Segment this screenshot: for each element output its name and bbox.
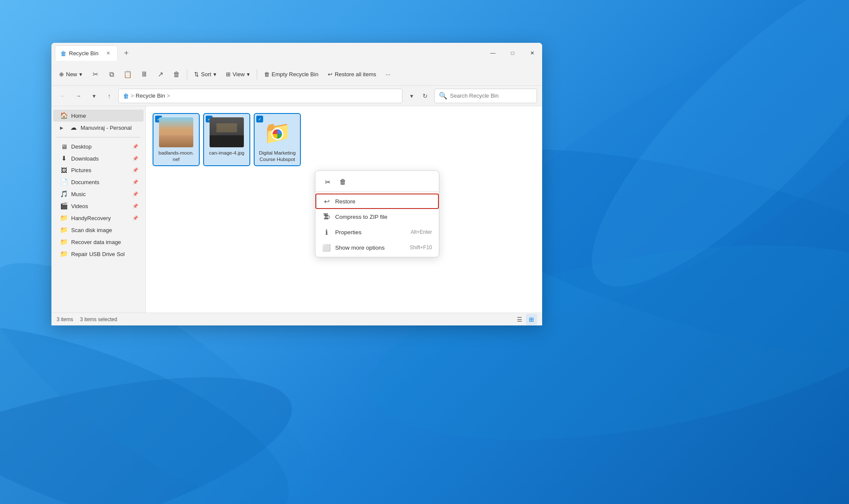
- music-icon: 🎵: [60, 190, 68, 198]
- restore-all-icon: ↩: [328, 71, 333, 78]
- new-button[interactable]: ⊕ New ▾: [55, 67, 87, 82]
- sidebar-music-label: Music: [71, 191, 86, 197]
- back-button[interactable]: ←: [57, 89, 69, 102]
- sidebar-item-recover-data[interactable]: 📁 Recover data image: [53, 236, 144, 248]
- file-checkbox-3: ✓: [256, 116, 263, 122]
- videos-pin-icon: 📌: [132, 203, 138, 209]
- file-item-3[interactable]: ✓ 📁 Digital MarketingCourse Hubspot: [254, 113, 301, 166]
- sidebar-repair-usb-label: Repair USB Drive Sol: [71, 251, 125, 257]
- sidebar-item-home[interactable]: 🏠 Home: [53, 110, 144, 122]
- scan-disk-icon: 📁: [60, 226, 68, 234]
- recover-data-icon: 📁: [60, 238, 68, 246]
- restore-all-button[interactable]: ↩ Restore all items: [324, 67, 381, 82]
- sidebar-item-pictures[interactable]: 🖼 Pictures 📌: [53, 164, 144, 176]
- restore-icon: ↩: [322, 197, 331, 206]
- toolbar-separator-1: [187, 69, 187, 80]
- ctx-restore-item[interactable]: ↩ Restore: [315, 194, 439, 209]
- more-options-button[interactable]: ···: [381, 67, 395, 82]
- empty-bin-label: Empty Recycle Bin: [272, 71, 318, 78]
- sidebar-item-cloud[interactable]: ▶ ☁ Manuviraj - Personal: [53, 122, 144, 134]
- ctx-properties-label: Properties: [335, 229, 362, 236]
- more-icon: ···: [386, 71, 390, 78]
- minimize-button[interactable]: —: [483, 46, 503, 60]
- paste-button[interactable]: 📋: [120, 67, 135, 82]
- address-path[interactable]: 🗑 > Recycle Bin >: [118, 89, 402, 103]
- path-root-icon: 🗑: [123, 92, 129, 99]
- share-button[interactable]: ↗: [153, 67, 168, 82]
- svg-point-5: [0, 338, 309, 504]
- context-menu: ✂ 🗑 ↩ Restore 🗜 Compress to ZIP file ℹ P…: [315, 170, 439, 257]
- status-bar: 3 items 3 items selected ☰ ⊞: [51, 313, 542, 325]
- sidebar-item-downloads[interactable]: ⬇ Downloads 📌: [53, 152, 144, 164]
- ctx-cut-button[interactable]: ✂: [321, 175, 334, 189]
- recent-locations-button[interactable]: ▾: [87, 89, 100, 102]
- address-dropdown-button[interactable]: ▾: [405, 89, 418, 102]
- desktop-icon: 🖥: [60, 143, 68, 150]
- sidebar-item-documents[interactable]: 📄 Documents 📌: [53, 176, 144, 188]
- music-pin-icon: 📌: [132, 191, 138, 197]
- videos-icon: 🎬: [60, 202, 68, 210]
- sidebar-item-repair-usb[interactable]: 📁 Repair USB Drive Sol: [53, 248, 144, 260]
- maximize-button[interactable]: □: [503, 46, 522, 60]
- empty-recycle-bin-button[interactable]: 🗑 Empty Recycle Bin: [260, 67, 323, 82]
- close-button[interactable]: ✕: [522, 46, 542, 60]
- sidebar-item-handyrecovery[interactable]: 📁 HandyRecovery 📌: [53, 212, 144, 224]
- sidebar-downloads-label: Downloads: [71, 155, 99, 162]
- ctx-delete-button[interactable]: 🗑: [336, 175, 350, 189]
- view-button[interactable]: ⊞ View ▾: [222, 67, 254, 82]
- delete-button[interactable]: 🗑: [169, 67, 184, 82]
- svg-point-3: [553, 0, 849, 325]
- properties-shortcut: Alt+Enter: [411, 229, 432, 235]
- file-name-1: badlands-moon.nef: [159, 150, 194, 163]
- list-view-button[interactable]: ☰: [514, 314, 525, 325]
- properties-icon: ℹ: [322, 228, 331, 236]
- desktop-pin-icon: 📌: [132, 144, 138, 149]
- forward-button[interactable]: →: [72, 89, 85, 102]
- tab-close-button[interactable]: ✕: [105, 50, 112, 57]
- sidebar-desktop-label: Desktop: [71, 143, 92, 150]
- item-count: 3 items: [57, 316, 73, 322]
- desert-thumbnail: [159, 117, 193, 147]
- content-area: 🏠 Home ▶ ☁ Manuviraj - Personal 🖥 Deskto…: [51, 106, 542, 313]
- toolbar: ⊕ New ▾ ✂ ⧉ 📋 Ⅲ ↗ 🗑 ⇅ Sort ▾ ⊞ View ▾ 🗑 …: [51, 63, 542, 86]
- sidebar-cloud-label: Manuviraj - Personal: [81, 125, 132, 131]
- active-tab[interactable]: 🗑 Recycle Bin ✕: [55, 45, 118, 61]
- search-icon: 🔍: [439, 92, 447, 100]
- search-input[interactable]: [450, 92, 532, 99]
- ctx-compress-item[interactable]: 🗜 Compress to ZIP file: [315, 209, 439, 224]
- sidebar-item-scan-disk[interactable]: 📁 Scan disk image: [53, 224, 144, 236]
- file-item-2[interactable]: ✓ can-image-4.jpg: [203, 113, 250, 166]
- sort-button[interactable]: ⇅ Sort ▾: [190, 67, 221, 82]
- ctx-show-more-item[interactable]: ⬜ Show more options Shift+F10: [315, 240, 439, 255]
- up-button[interactable]: ↑: [103, 89, 116, 102]
- copy-button[interactable]: ⧉: [104, 67, 119, 82]
- sidebar: 🏠 Home ▶ ☁ Manuviraj - Personal 🖥 Deskto…: [51, 106, 146, 313]
- new-tab-button[interactable]: +: [120, 46, 133, 60]
- sidebar-item-videos[interactable]: 🎬 Videos 📌: [53, 200, 144, 212]
- chrome-badge: [271, 128, 283, 140]
- sidebar-scan-disk-label: Scan disk image: [71, 227, 112, 233]
- rename-button[interactable]: Ⅲ: [136, 67, 152, 82]
- sidebar-documents-label: Documents: [71, 179, 99, 185]
- sidebar-home-label: Home: [71, 113, 86, 119]
- urban-thumbnail: [210, 117, 244, 147]
- cut-button[interactable]: ✂: [87, 67, 103, 82]
- cloud-icon: ☁: [69, 124, 77, 131]
- ctx-restore-label: Restore: [335, 198, 355, 205]
- grid-view-button[interactable]: ⊞: [526, 314, 537, 325]
- documents-icon: 📄: [60, 178, 68, 186]
- search-box[interactable]: 🔍: [434, 89, 537, 103]
- home-icon: 🏠: [60, 112, 68, 119]
- file-name-3: Digital MarketingCourse Hubspot: [259, 150, 296, 163]
- ctx-properties-item[interactable]: ℹ Properties Alt+Enter: [315, 224, 439, 240]
- sidebar-item-music[interactable]: 🎵 Music 📌: [53, 188, 144, 200]
- context-menu-top-actions: ✂ 🗑: [315, 173, 439, 192]
- path-separator-1: >: [131, 92, 134, 99]
- sidebar-item-desktop[interactable]: 🖥 Desktop 📌: [53, 141, 144, 152]
- sort-icon: ⇅: [194, 71, 199, 78]
- file-item-1[interactable]: ✓ badlands-moon.nef: [153, 113, 200, 166]
- handyrecovery-icon: 📁: [60, 214, 68, 222]
- refresh-button[interactable]: ↻: [419, 89, 432, 102]
- folder-thumbnail: 📁: [260, 117, 294, 147]
- file-thumb-1: [159, 117, 193, 147]
